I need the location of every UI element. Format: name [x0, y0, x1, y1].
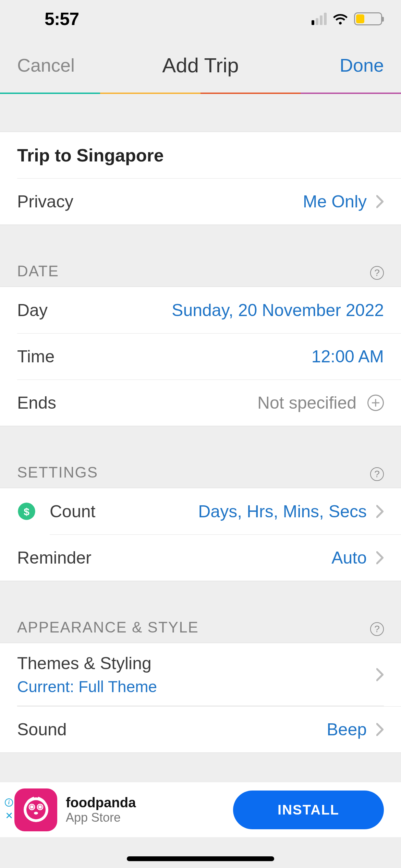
section-title-appearance: APPEARANCE & STYLE — [17, 619, 199, 636]
install-button[interactable]: INSTALL — [233, 791, 384, 829]
plus-circle-icon[interactable] — [367, 395, 384, 411]
group-appearance: Themes & Styling Current: Full Theme Sou… — [0, 643, 401, 753]
group-date: Day Sunday, 20 November 2022 Time 12:00 … — [0, 287, 401, 426]
ad-controls: ✕ — [0, 798, 14, 821]
home-indicator[interactable] — [127, 856, 274, 861]
time-row[interactable]: Time 12:00 AM — [0, 333, 401, 379]
sound-label: Sound — [17, 720, 67, 739]
time-label: Time — [17, 347, 54, 366]
chevron-right-icon — [376, 668, 384, 681]
privacy-label: Privacy — [17, 192, 73, 212]
section-header-date: DATE ? — [0, 225, 401, 287]
chevron-right-icon — [376, 505, 384, 518]
sound-row[interactable]: Sound Beep — [0, 706, 401, 752]
chevron-right-icon — [376, 195, 384, 208]
ends-row[interactable]: Ends Not specified — [0, 379, 401, 426]
privacy-row[interactable]: Privacy Me Only — [0, 178, 401, 225]
help-icon[interactable]: ? — [370, 467, 384, 481]
status-time: 5:57 — [45, 9, 79, 29]
day-label: Day — [17, 300, 48, 320]
trip-name: Trip to Singapore — [17, 145, 164, 166]
section-title-settings: SETTINGS — [17, 464, 98, 481]
svg-point-3 — [26, 800, 46, 819]
svg-point-4 — [30, 805, 34, 809]
wifi-icon — [333, 13, 348, 25]
reminder-row[interactable]: Reminder Auto — [0, 534, 401, 581]
section-header-settings: SETTINGS ? — [0, 426, 401, 488]
svg-point-5 — [38, 805, 42, 809]
ends-label: Ends — [17, 393, 56, 413]
cancel-button[interactable]: Cancel — [17, 55, 75, 76]
day-value: Sunday, 20 November 2022 — [48, 300, 384, 320]
help-icon[interactable]: ? — [370, 266, 384, 280]
nav-bar: Cancel Add Trip Done — [0, 38, 401, 93]
done-button[interactable]: Done — [340, 55, 384, 76]
section-title-date: DATE — [17, 263, 59, 280]
count-label: Count — [50, 502, 95, 521]
section-header-appearance: APPEARANCE & STYLE ? — [0, 581, 401, 643]
sound-value: Beep — [67, 720, 367, 739]
ends-value: Not specified — [56, 393, 356, 413]
status-bar: 5:57 — [0, 0, 401, 38]
svg-point-8 — [34, 812, 38, 815]
ad-text: foodpanda App Store — [66, 795, 233, 825]
ad-store: App Store — [66, 810, 233, 825]
svg-text:$: $ — [24, 506, 29, 517]
count-row[interactable]: $ Count Days, Hrs, Mins, Secs — [0, 488, 401, 534]
time-value: 12:00 AM — [54, 347, 384, 366]
count-value: Days, Hrs, Mins, Secs — [95, 502, 367, 521]
reminder-label: Reminder — [17, 548, 92, 568]
ad-banner: ✕ foodpanda App Store INSTALL — [0, 782, 401, 837]
themes-row[interactable]: Themes & Styling Current: Full Theme — [0, 643, 401, 706]
ad-app-icon[interactable] — [14, 788, 57, 831]
group-trip: Trip to Singapore Privacy Me Only — [0, 132, 401, 225]
help-icon[interactable]: ? — [370, 622, 384, 636]
reminder-value: Auto — [92, 548, 367, 568]
dollar-badge-icon: $ — [17, 502, 36, 521]
cellular-signal-icon — [312, 13, 327, 25]
chevron-right-icon — [376, 723, 384, 736]
chevron-right-icon — [376, 551, 384, 564]
privacy-value: Me Only — [73, 192, 367, 212]
ad-app-name: foodpanda — [66, 795, 233, 810]
day-row[interactable]: Day Sunday, 20 November 2022 — [0, 287, 401, 333]
themes-label: Themes & Styling — [17, 653, 151, 673]
group-settings: $ Count Days, Hrs, Mins, Secs Reminder A… — [0, 488, 401, 581]
themes-subtitle: Current: Full Theme — [17, 677, 157, 696]
info-icon[interactable] — [5, 798, 13, 807]
trip-name-field[interactable]: Trip to Singapore — [0, 132, 401, 178]
status-indicators — [312, 12, 382, 25]
close-icon[interactable]: ✕ — [5, 810, 13, 821]
battery-icon — [354, 12, 382, 25]
